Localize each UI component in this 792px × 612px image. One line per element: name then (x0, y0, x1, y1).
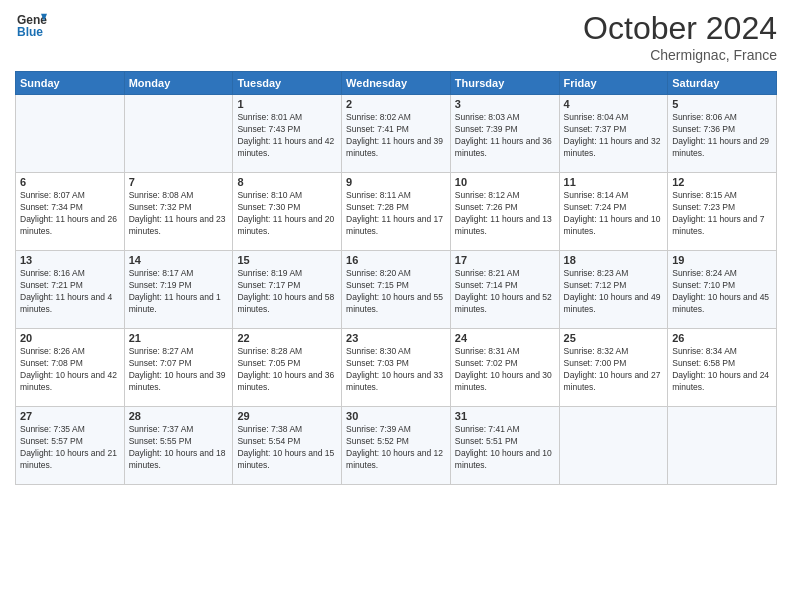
day-number: 10 (455, 176, 555, 188)
table-row (668, 407, 777, 485)
col-wednesday: Wednesday (342, 72, 451, 95)
table-row: 15Sunrise: 8:19 AMSunset: 7:17 PMDayligh… (233, 251, 342, 329)
day-detail: Sunrise: 8:24 AMSunset: 7:10 PMDaylight:… (672, 268, 772, 316)
table-row: 10Sunrise: 8:12 AMSunset: 7:26 PMDayligh… (450, 173, 559, 251)
col-thursday: Thursday (450, 72, 559, 95)
table-row: 29Sunrise: 7:38 AMSunset: 5:54 PMDayligh… (233, 407, 342, 485)
calendar-week-row: 27Sunrise: 7:35 AMSunset: 5:57 PMDayligh… (16, 407, 777, 485)
day-number: 25 (564, 332, 664, 344)
table-row: 22Sunrise: 8:28 AMSunset: 7:05 PMDayligh… (233, 329, 342, 407)
day-number: 23 (346, 332, 446, 344)
day-number: 7 (129, 176, 229, 188)
day-detail: Sunrise: 8:01 AMSunset: 7:43 PMDaylight:… (237, 112, 337, 160)
day-number: 16 (346, 254, 446, 266)
day-number: 18 (564, 254, 664, 266)
col-saturday: Saturday (668, 72, 777, 95)
day-number: 1 (237, 98, 337, 110)
day-number: 20 (20, 332, 120, 344)
day-detail: Sunrise: 7:41 AMSunset: 5:51 PMDaylight:… (455, 424, 555, 472)
day-detail: Sunrise: 8:08 AMSunset: 7:32 PMDaylight:… (129, 190, 229, 238)
day-number: 8 (237, 176, 337, 188)
location-subtitle: Chermignac, France (583, 47, 777, 63)
table-row: 1Sunrise: 8:01 AMSunset: 7:43 PMDaylight… (233, 95, 342, 173)
table-row: 12Sunrise: 8:15 AMSunset: 7:23 PMDayligh… (668, 173, 777, 251)
day-detail: Sunrise: 8:03 AMSunset: 7:39 PMDaylight:… (455, 112, 555, 160)
day-detail: Sunrise: 8:32 AMSunset: 7:00 PMDaylight:… (564, 346, 664, 394)
day-detail: Sunrise: 8:21 AMSunset: 7:14 PMDaylight:… (455, 268, 555, 316)
day-detail: Sunrise: 8:04 AMSunset: 7:37 PMDaylight:… (564, 112, 664, 160)
table-row: 21Sunrise: 8:27 AMSunset: 7:07 PMDayligh… (124, 329, 233, 407)
table-row: 5Sunrise: 8:06 AMSunset: 7:36 PMDaylight… (668, 95, 777, 173)
table-row: 7Sunrise: 8:08 AMSunset: 7:32 PMDaylight… (124, 173, 233, 251)
col-friday: Friday (559, 72, 668, 95)
day-detail: Sunrise: 7:39 AMSunset: 5:52 PMDaylight:… (346, 424, 446, 472)
day-number: 29 (237, 410, 337, 422)
table-row: 26Sunrise: 8:34 AMSunset: 6:58 PMDayligh… (668, 329, 777, 407)
table-row: 16Sunrise: 8:20 AMSunset: 7:15 PMDayligh… (342, 251, 451, 329)
day-number: 5 (672, 98, 772, 110)
logo-icon: General Blue (17, 10, 47, 40)
table-row: 14Sunrise: 8:17 AMSunset: 7:19 PMDayligh… (124, 251, 233, 329)
table-row: 4Sunrise: 8:04 AMSunset: 7:37 PMDaylight… (559, 95, 668, 173)
day-detail: Sunrise: 8:07 AMSunset: 7:34 PMDaylight:… (20, 190, 120, 238)
day-detail: Sunrise: 8:20 AMSunset: 7:15 PMDaylight:… (346, 268, 446, 316)
col-monday: Monday (124, 72, 233, 95)
table-row: 24Sunrise: 8:31 AMSunset: 7:02 PMDayligh… (450, 329, 559, 407)
table-row: 17Sunrise: 8:21 AMSunset: 7:14 PMDayligh… (450, 251, 559, 329)
day-number: 13 (20, 254, 120, 266)
day-detail: Sunrise: 8:27 AMSunset: 7:07 PMDaylight:… (129, 346, 229, 394)
logo: General Blue (15, 10, 47, 44)
table-row: 27Sunrise: 7:35 AMSunset: 5:57 PMDayligh… (16, 407, 125, 485)
month-title: October 2024 (583, 10, 777, 47)
day-detail: Sunrise: 8:12 AMSunset: 7:26 PMDaylight:… (455, 190, 555, 238)
day-detail: Sunrise: 8:16 AMSunset: 7:21 PMDaylight:… (20, 268, 120, 316)
col-sunday: Sunday (16, 72, 125, 95)
day-number: 21 (129, 332, 229, 344)
table-row: 3Sunrise: 8:03 AMSunset: 7:39 PMDaylight… (450, 95, 559, 173)
calendar-table: Sunday Monday Tuesday Wednesday Thursday… (15, 71, 777, 485)
day-detail: Sunrise: 7:38 AMSunset: 5:54 PMDaylight:… (237, 424, 337, 472)
title-block: October 2024 Chermignac, France (583, 10, 777, 63)
day-detail: Sunrise: 8:19 AMSunset: 7:17 PMDaylight:… (237, 268, 337, 316)
day-number: 9 (346, 176, 446, 188)
table-row (124, 95, 233, 173)
table-row: 19Sunrise: 8:24 AMSunset: 7:10 PMDayligh… (668, 251, 777, 329)
day-detail: Sunrise: 8:26 AMSunset: 7:08 PMDaylight:… (20, 346, 120, 394)
table-row: 11Sunrise: 8:14 AMSunset: 7:24 PMDayligh… (559, 173, 668, 251)
table-row: 13Sunrise: 8:16 AMSunset: 7:21 PMDayligh… (16, 251, 125, 329)
day-detail: Sunrise: 8:28 AMSunset: 7:05 PMDaylight:… (237, 346, 337, 394)
day-detail: Sunrise: 8:15 AMSunset: 7:23 PMDaylight:… (672, 190, 772, 238)
table-row: 2Sunrise: 8:02 AMSunset: 7:41 PMDaylight… (342, 95, 451, 173)
day-detail: Sunrise: 8:17 AMSunset: 7:19 PMDaylight:… (129, 268, 229, 316)
page-header: General Blue October 2024 Chermignac, Fr… (15, 10, 777, 63)
day-detail: Sunrise: 8:23 AMSunset: 7:12 PMDaylight:… (564, 268, 664, 316)
day-detail: Sunrise: 8:31 AMSunset: 7:02 PMDaylight:… (455, 346, 555, 394)
day-number: 6 (20, 176, 120, 188)
day-number: 26 (672, 332, 772, 344)
day-number: 27 (20, 410, 120, 422)
day-detail: Sunrise: 8:06 AMSunset: 7:36 PMDaylight:… (672, 112, 772, 160)
table-row: 8Sunrise: 8:10 AMSunset: 7:30 PMDaylight… (233, 173, 342, 251)
day-number: 3 (455, 98, 555, 110)
calendar-week-row: 13Sunrise: 8:16 AMSunset: 7:21 PMDayligh… (16, 251, 777, 329)
table-row: 9Sunrise: 8:11 AMSunset: 7:28 PMDaylight… (342, 173, 451, 251)
calendar-week-row: 1Sunrise: 8:01 AMSunset: 7:43 PMDaylight… (16, 95, 777, 173)
table-row (559, 407, 668, 485)
day-detail: Sunrise: 8:34 AMSunset: 6:58 PMDaylight:… (672, 346, 772, 394)
day-detail: Sunrise: 7:35 AMSunset: 5:57 PMDaylight:… (20, 424, 120, 472)
table-row (16, 95, 125, 173)
day-number: 2 (346, 98, 446, 110)
day-detail: Sunrise: 8:10 AMSunset: 7:30 PMDaylight:… (237, 190, 337, 238)
day-number: 17 (455, 254, 555, 266)
day-number: 30 (346, 410, 446, 422)
day-detail: Sunrise: 7:37 AMSunset: 5:55 PMDaylight:… (129, 424, 229, 472)
table-row: 28Sunrise: 7:37 AMSunset: 5:55 PMDayligh… (124, 407, 233, 485)
day-number: 15 (237, 254, 337, 266)
day-number: 24 (455, 332, 555, 344)
svg-text:Blue: Blue (17, 25, 43, 39)
calendar-week-row: 20Sunrise: 8:26 AMSunset: 7:08 PMDayligh… (16, 329, 777, 407)
table-row: 23Sunrise: 8:30 AMSunset: 7:03 PMDayligh… (342, 329, 451, 407)
day-number: 19 (672, 254, 772, 266)
calendar-header-row: Sunday Monday Tuesday Wednesday Thursday… (16, 72, 777, 95)
table-row: 20Sunrise: 8:26 AMSunset: 7:08 PMDayligh… (16, 329, 125, 407)
